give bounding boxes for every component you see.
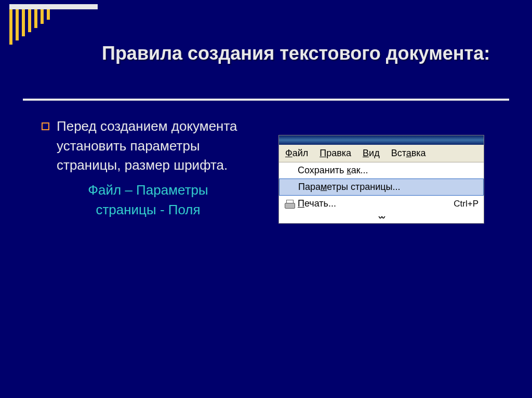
menu-path-text: Файл – Параметры страницы - Поля — [42, 181, 239, 219]
menuitem-save-as[interactable]: Сохранить как... — [279, 162, 484, 179]
bullet-text: Перед созданием документа установить пар… — [57, 117, 239, 175]
word-menu-screenshot: Файл Правка Вид Вставка Сохранить как...… — [278, 135, 484, 224]
menu-file[interactable]: Файл — [285, 148, 308, 159]
menu-view[interactable]: Вид — [363, 148, 380, 159]
file-dropdown: Сохранить как... Параметры страницы... П… — [279, 162, 484, 223]
slide-decoration-bars — [9, 9, 50, 45]
menuitem-page-setup[interactable]: Параметры страницы... — [279, 179, 484, 196]
slide-title: Правила создания текстового документа: — [102, 42, 497, 65]
menubar: Файл Правка Вид Вставка — [279, 145, 484, 162]
expand-menu-icon[interactable]: vv — [279, 212, 484, 223]
titlebar — [279, 135, 484, 145]
menu-edit[interactable]: Правка — [320, 148, 351, 159]
print-shortcut: Ctrl+P — [454, 199, 478, 209]
menu-insert[interactable]: Вставка — [391, 148, 426, 159]
menuitem-print[interactable]: Печать... Ctrl+P — [279, 196, 484, 212]
bullet-icon — [42, 122, 49, 130]
slide-decoration-bar — [9, 4, 98, 9]
printer-icon — [285, 200, 295, 208]
slide-body: Перед созданием документа установить пар… — [42, 117, 239, 219]
title-underline — [23, 99, 509, 101]
